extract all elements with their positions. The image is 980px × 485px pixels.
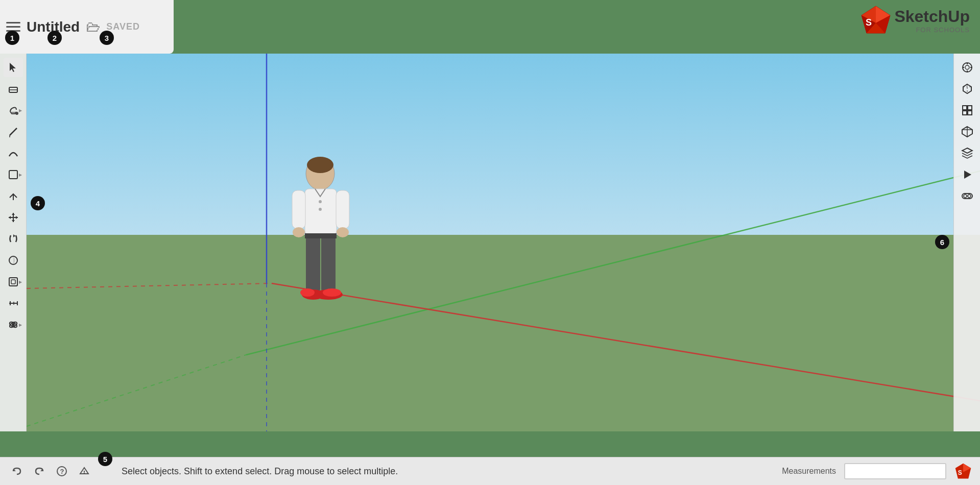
app-logo: S SketchUp FOR SCHOOLS <box>861 5 970 36</box>
badge-3: 3 <box>100 31 114 45</box>
styles-tool[interactable] <box>958 79 977 99</box>
badge-6: 6 <box>935 235 949 249</box>
svg-marker-38 <box>12 213 15 215</box>
right-toolbar <box>953 54 980 431</box>
svg-rect-34 <box>9 171 17 179</box>
pushpull-tool[interactable] <box>4 186 23 206</box>
svg-rect-58 <box>963 106 967 110</box>
select-tool[interactable] <box>4 58 23 77</box>
for-schools-text: FOR SCHOOLS <box>894 26 970 34</box>
vr-tool[interactable] <box>958 186 977 206</box>
svg-line-8 <box>27 355 246 426</box>
scene-settings-tool[interactable] <box>958 58 977 77</box>
sketchup-name: SketchUp <box>894 7 970 26</box>
svg-marker-41 <box>16 216 18 219</box>
svg-marker-64 <box>964 171 971 179</box>
orbit-tool[interactable]: ▶ <box>4 315 23 334</box>
status-message: Select objects. Shift to extend select. … <box>117 466 777 477</box>
layers-tool[interactable] <box>958 143 977 163</box>
move-tool[interactable] <box>4 208 23 227</box>
submenu-arrow: ▶ <box>19 173 22 177</box>
svg-rect-60 <box>963 111 967 115</box>
header: 1 2 Untitled 3 🗁 SAVED <box>0 0 174 54</box>
svg-line-7 <box>246 171 980 355</box>
measurements-input[interactable] <box>844 463 946 479</box>
svg-point-16 <box>319 200 322 203</box>
svg-point-66 <box>964 195 967 198</box>
svg-marker-39 <box>12 220 15 222</box>
svg-rect-23 <box>321 233 336 292</box>
canvas-svg <box>27 54 980 431</box>
measurements-label: Measurements <box>782 467 836 476</box>
shapes-tool[interactable]: ▶ <box>4 165 23 184</box>
sketchup-logo-icon: S <box>861 5 891 36</box>
svg-text:?: ? <box>60 468 64 475</box>
svg-point-20 <box>293 227 305 237</box>
svg-rect-43 <box>9 278 17 286</box>
svg-rect-61 <box>968 111 972 115</box>
viewport[interactable] <box>27 54 980 431</box>
pencil-tool[interactable] <box>4 122 23 141</box>
submenu-arrow: ▶ <box>19 108 22 113</box>
svg-line-32 <box>10 128 17 135</box>
svg-rect-44 <box>11 280 15 284</box>
svg-point-26 <box>300 288 315 297</box>
eraser-tool[interactable] <box>4 79 23 99</box>
arc-tool[interactable] <box>4 143 23 163</box>
status-bar: ? 5 Select objects. Shift to extend sele… <box>0 457 980 485</box>
svg-rect-22 <box>306 233 320 292</box>
badge-4: 4 <box>31 196 45 210</box>
svg-point-21 <box>337 227 349 237</box>
svg-line-10 <box>272 283 980 401</box>
svg-point-28 <box>323 288 341 297</box>
iso-view-tool[interactable] <box>958 122 977 141</box>
svg-point-51 <box>12 323 15 326</box>
svg-text:S: S <box>866 17 872 28</box>
offset-tool[interactable]: ▶ <box>4 272 23 292</box>
svg-point-53 <box>965 65 969 69</box>
badge-5: 5 <box>98 452 112 466</box>
submenu-arrow: ▶ <box>19 323 22 327</box>
tape-tool[interactable] <box>4 294 23 313</box>
svg-rect-18 <box>292 190 305 229</box>
svg-rect-24 <box>305 233 337 238</box>
menu-button[interactable] <box>6 22 20 32</box>
badge-1: 1 <box>5 31 19 45</box>
instructor-button[interactable] <box>76 463 93 480</box>
svg-rect-19 <box>336 190 349 229</box>
followme-tool[interactable] <box>4 251 23 270</box>
sketchup-status-icon: S <box>954 463 972 480</box>
svg-point-67 <box>968 195 971 198</box>
svg-text:S: S <box>958 469 962 476</box>
help-button[interactable]: ? <box>53 463 70 480</box>
folder-icon[interactable]: 🗁 <box>86 18 100 35</box>
left-toolbar: ▶ ▶ ▶ <box>0 54 27 431</box>
logo-text: SketchUp FOR SCHOOLS <box>894 7 970 34</box>
components-tool[interactable] <box>958 101 977 120</box>
badge-2: 2 <box>47 31 62 45</box>
svg-marker-40 <box>9 216 11 219</box>
svg-point-17 <box>319 208 322 211</box>
paint-tool[interactable]: ▶ <box>4 101 23 120</box>
svg-point-31 <box>15 112 18 115</box>
submenu-arrow: ▶ <box>19 280 22 284</box>
save-status: SAVED <box>106 21 140 32</box>
svg-point-14 <box>307 157 333 173</box>
rotate-tool[interactable] <box>4 229 23 249</box>
svg-line-9 <box>27 283 272 288</box>
undo-button[interactable] <box>8 463 26 480</box>
redo-button[interactable] <box>31 463 48 480</box>
svg-rect-59 <box>968 106 972 110</box>
svg-point-74 <box>84 473 85 474</box>
animation-tool[interactable] <box>958 165 977 184</box>
